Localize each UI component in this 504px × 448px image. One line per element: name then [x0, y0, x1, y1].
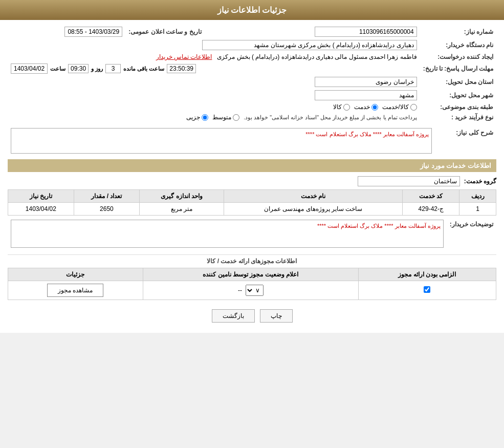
need-number-box: 1103096165000004 — [315, 27, 417, 37]
col-quantity: تعداد / مقدار — [74, 190, 140, 203]
category-radio-goods[interactable] — [343, 104, 350, 111]
province-value: خراسان رضوی — [8, 75, 420, 89]
category-option-service[interactable]: خدمت — [354, 103, 378, 111]
city-label: شهر محل تحویل: — [420, 89, 496, 102]
table-row: 1 ج-42-429 ساخت سایر پروژه‌های مهندسی عم… — [8, 203, 496, 216]
need-date: 1403/04/02 — [8, 203, 74, 216]
announce-value: 1403/03/29 - 08:55 — [8, 25, 125, 38]
license-table-body: ∨ -- مشاهده مجوز — [8, 281, 496, 300]
license-checkbox[interactable] — [424, 286, 430, 293]
purchase-type-radio-medium[interactable] — [233, 114, 239, 121]
deadline-date: 1403/04/02 — [11, 63, 48, 74]
unit: متر مربع — [140, 203, 224, 216]
service-group-row: گروه خدمت: ساختمان — [8, 176, 496, 186]
deadline-value: 23:50:39 ساعت باقی مانده 3 روز و 09:30 س… — [8, 62, 420, 75]
service-group-label: گروه خدمت: — [464, 178, 496, 185]
buyer-org-box: دهیاری درایدشاهزاده (درایدامام ) بخش مرک… — [202, 40, 417, 50]
license-section-title: اطلاعات مجوزهای ارائه خدمت / کالا — [8, 254, 496, 265]
buyer-notes-grid: توضیحات خریدار: پروژه آسفالت معابر **** … — [8, 218, 496, 249]
city-value: مشهد — [8, 89, 420, 102]
print-button[interactable]: چاپ — [260, 309, 293, 323]
day-label: روز و — [91, 66, 103, 72]
need-number-label: شماره نیاز: — [420, 25, 496, 38]
buyer-org-value: دهیاری درایدشاهزاده (درایدامام ) بخش مرک… — [8, 38, 420, 52]
days-remaining: 3 — [105, 64, 121, 73]
main-content: شماره نیاز: 1103096165000004 تاریخ و ساع… — [0, 20, 504, 333]
service-code: ج-42-429 — [403, 203, 459, 216]
need-desc-grid: شرح کلی نیاز: پروژه آسفالت معابر **** مل… — [8, 126, 496, 155]
announce-label: تاریخ و ساعت اعلان عمومی: — [125, 25, 204, 38]
services-table: ردیف کد خدمت نام خدمت واحد اندازه گیری ت… — [8, 189, 496, 216]
deadline-row: 23:50:39 ساعت باقی مانده 3 روز و 09:30 س… — [11, 63, 417, 74]
license-details-cell: مشاهده مجوز — [8, 281, 143, 300]
col-row: ردیف — [459, 190, 496, 203]
col-service-code: کد خدمت — [403, 190, 459, 203]
back-button[interactable]: بازگشت — [212, 309, 255, 323]
buyer-notes-label: توضیحات خریدار: — [447, 218, 496, 249]
need-desc-value: پروژه آسفالت معابر **** ملاک برگ استعلام… — [8, 126, 435, 155]
license-table-header-row: الزامی بودن ارائه مجوز اعلام وضعیت مجوز … — [8, 268, 496, 281]
license-status-select[interactable]: ∨ — [246, 285, 264, 296]
city-box: مشهد — [315, 90, 417, 100]
col-license-required: الزامی بودن ارائه مجوز — [358, 268, 496, 281]
need-desc-box[interactable]: پروژه آسفالت معابر **** ملاک برگ استعلام… — [11, 128, 432, 154]
province-box: خراسان رضوی — [315, 77, 417, 87]
buyer-notes-value: پروژه آسفالت معابر **** ملاک برگ استعلام… — [8, 218, 447, 249]
col-need-date: تاریخ نیاز — [8, 190, 74, 203]
purchase-type-radio-partial[interactable] — [202, 114, 208, 121]
services-section-title: اطلاعات خدمات مورد نیاز — [8, 159, 496, 172]
need-desc-label: شرح کلی نیاز: — [435, 126, 496, 155]
purchase-type-option-medium[interactable]: متوسط — [212, 114, 239, 121]
page-title: جزئیات اطلاعات نیاز — [217, 6, 287, 14]
page-wrapper: جزئیات اطلاعات نیاز شماره نیاز: 11030961… — [0, 0, 504, 333]
announce-datetime-box: 1403/03/29 - 08:55 — [64, 27, 122, 37]
category-value: کالا/خدمت خدمت کالا — [8, 102, 420, 112]
row-number: 1 — [459, 203, 496, 216]
countdown-timer: 23:50:39 — [167, 64, 196, 73]
need-number-value: 1103096165000004 — [220, 25, 420, 38]
buyer-org-label: نام دستگاه خریدار: — [420, 38, 496, 52]
buttons-row: چاپ بازگشت — [8, 304, 496, 328]
category-option-goods-service[interactable]: کالا/خدمت — [382, 103, 417, 111]
purchase-type-label: نوع فرآیند خرید : — [420, 112, 496, 122]
quantity: 2650 — [74, 203, 140, 216]
license-required-checkbox — [358, 281, 496, 300]
view-license-button[interactable]: مشاهده مجوز — [47, 284, 103, 297]
col-license-details: جزئیات — [8, 268, 143, 281]
time-value: 09:30 — [68, 64, 89, 73]
service-group-value: ساختمان — [358, 176, 460, 186]
col-license-status: اعلام وضعیت مجوز توسط نامین کننده — [143, 268, 358, 281]
category-radio-service[interactable] — [371, 104, 378, 111]
services-table-body: 1 ج-42-429 ساخت سایر پروژه‌های مهندسی عم… — [8, 203, 496, 216]
purchase-type-radio-group: پرداخت تمام یا بخشی از مبلغ خریداز محل "… — [11, 114, 417, 121]
time-label: ساعت — [50, 66, 65, 72]
col-unit: واحد اندازه گیری — [140, 190, 224, 203]
category-label: طبقه بندی موضوعی: — [420, 102, 496, 112]
deadline-label: مهلت ارسال پاسخ: تا تاریخ: — [420, 62, 496, 75]
category-radio-goods-service[interactable] — [410, 104, 417, 111]
service-name: ساخت سایر پروژه‌های مهندسی عمران — [224, 203, 402, 216]
category-radio-group: کالا/خدمت خدمت کالا — [11, 103, 417, 111]
category-option-goods[interactable]: کالا — [333, 103, 350, 111]
purchase-type-value: پرداخت تمام یا بخشی از مبلغ خریداز محل "… — [8, 112, 420, 122]
page-header: جزئیات اطلاعات نیاز — [0, 0, 504, 20]
purchase-type-option-partial[interactable]: جزیی — [186, 114, 208, 121]
buyer-notes-box[interactable]: پروژه آسفالت معابر **** ملاک برگ استعلام… — [11, 220, 444, 248]
requester-text: فاطمه زهرا احمدی مسئول مالی دهیاری دراید… — [217, 53, 417, 60]
info-grid: شماره نیاز: 1103096165000004 تاریخ و ساع… — [8, 25, 496, 122]
purchase-type-note: پرداخت تمام یا بخشی از مبلغ خریداز محل "… — [244, 114, 417, 121]
license-table: الزامی بودن ارائه مجوز اعلام وضعیت مجوز … — [8, 268, 496, 300]
services-table-header-row: ردیف کد خدمت نام خدمت واحد اندازه گیری ت… — [8, 190, 496, 203]
remaining-label: ساعت باقی مانده — [123, 66, 164, 72]
requester-value: فاطمه زهرا احمدی مسئول مالی دهیاری دراید… — [8, 52, 420, 62]
requester-contact-link[interactable]: اطلاعات تماس خریدار — [156, 53, 212, 60]
list-item: ∨ -- مشاهده مجوز — [8, 281, 496, 300]
col-service-name: نام خدمت — [224, 190, 402, 203]
province-label: استان محل تحویل: — [420, 75, 496, 89]
requester-label: ایجاد کننده درخواست: — [420, 52, 496, 62]
license-status-cell: ∨ -- — [143, 281, 358, 300]
